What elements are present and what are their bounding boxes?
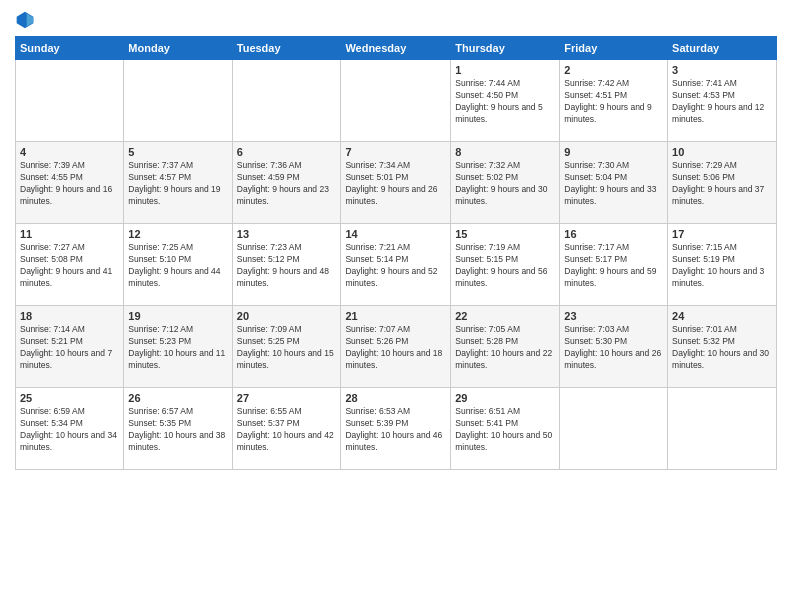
day-info: Sunrise: 7:42 AMSunset: 4:51 PMDaylight:… (564, 78, 663, 126)
day-cell: 16Sunrise: 7:17 AMSunset: 5:17 PMDayligh… (560, 224, 668, 306)
calendar-table: SundayMondayTuesdayWednesdayThursdayFrid… (15, 36, 777, 470)
day-number: 3 (672, 64, 772, 76)
day-number: 28 (345, 392, 446, 404)
day-info: Sunrise: 7:01 AMSunset: 5:32 PMDaylight:… (672, 324, 772, 372)
logo-icon (15, 10, 35, 30)
header (15, 10, 777, 30)
day-cell: 14Sunrise: 7:21 AMSunset: 5:14 PMDayligh… (341, 224, 451, 306)
day-cell: 13Sunrise: 7:23 AMSunset: 5:12 PMDayligh… (232, 224, 341, 306)
day-number: 24 (672, 310, 772, 322)
day-info: Sunrise: 6:51 AMSunset: 5:41 PMDaylight:… (455, 406, 555, 454)
header-cell-monday: Monday (124, 37, 232, 60)
week-row-1: 4Sunrise: 7:39 AMSunset: 4:55 PMDaylight… (16, 142, 777, 224)
day-cell: 8Sunrise: 7:32 AMSunset: 5:02 PMDaylight… (451, 142, 560, 224)
day-number: 26 (128, 392, 227, 404)
day-info: Sunrise: 7:37 AMSunset: 4:57 PMDaylight:… (128, 160, 227, 208)
day-info: Sunrise: 7:21 AMSunset: 5:14 PMDaylight:… (345, 242, 446, 290)
header-cell-tuesday: Tuesday (232, 37, 341, 60)
day-info: Sunrise: 7:44 AMSunset: 4:50 PMDaylight:… (455, 78, 555, 126)
day-info: Sunrise: 7:36 AMSunset: 4:59 PMDaylight:… (237, 160, 337, 208)
day-info: Sunrise: 6:59 AMSunset: 5:34 PMDaylight:… (20, 406, 119, 454)
day-cell (668, 388, 777, 470)
day-cell: 11Sunrise: 7:27 AMSunset: 5:08 PMDayligh… (16, 224, 124, 306)
logo (15, 10, 39, 30)
day-info: Sunrise: 7:39 AMSunset: 4:55 PMDaylight:… (20, 160, 119, 208)
week-row-2: 11Sunrise: 7:27 AMSunset: 5:08 PMDayligh… (16, 224, 777, 306)
page: SundayMondayTuesdayWednesdayThursdayFrid… (0, 0, 792, 612)
day-cell: 28Sunrise: 6:53 AMSunset: 5:39 PMDayligh… (341, 388, 451, 470)
day-info: Sunrise: 6:53 AMSunset: 5:39 PMDaylight:… (345, 406, 446, 454)
day-number: 11 (20, 228, 119, 240)
day-cell: 18Sunrise: 7:14 AMSunset: 5:21 PMDayligh… (16, 306, 124, 388)
day-number: 14 (345, 228, 446, 240)
day-number: 13 (237, 228, 337, 240)
header-cell-friday: Friday (560, 37, 668, 60)
day-number: 2 (564, 64, 663, 76)
header-cell-wednesday: Wednesday (341, 37, 451, 60)
week-row-4: 25Sunrise: 6:59 AMSunset: 5:34 PMDayligh… (16, 388, 777, 470)
day-cell: 22Sunrise: 7:05 AMSunset: 5:28 PMDayligh… (451, 306, 560, 388)
day-number: 27 (237, 392, 337, 404)
day-number: 9 (564, 146, 663, 158)
day-number: 21 (345, 310, 446, 322)
header-cell-thursday: Thursday (451, 37, 560, 60)
day-info: Sunrise: 7:17 AMSunset: 5:17 PMDaylight:… (564, 242, 663, 290)
header-row: SundayMondayTuesdayWednesdayThursdayFrid… (16, 37, 777, 60)
day-number: 23 (564, 310, 663, 322)
day-number: 22 (455, 310, 555, 322)
day-info: Sunrise: 7:29 AMSunset: 5:06 PMDaylight:… (672, 160, 772, 208)
day-cell: 19Sunrise: 7:12 AMSunset: 5:23 PMDayligh… (124, 306, 232, 388)
day-cell (341, 60, 451, 142)
day-number: 25 (20, 392, 119, 404)
day-number: 19 (128, 310, 227, 322)
day-cell (232, 60, 341, 142)
day-number: 4 (20, 146, 119, 158)
week-row-0: 1Sunrise: 7:44 AMSunset: 4:50 PMDaylight… (16, 60, 777, 142)
day-info: Sunrise: 7:07 AMSunset: 5:26 PMDaylight:… (345, 324, 446, 372)
day-info: Sunrise: 7:34 AMSunset: 5:01 PMDaylight:… (345, 160, 446, 208)
day-cell (560, 388, 668, 470)
day-number: 16 (564, 228, 663, 240)
week-row-3: 18Sunrise: 7:14 AMSunset: 5:21 PMDayligh… (16, 306, 777, 388)
day-info: Sunrise: 7:23 AMSunset: 5:12 PMDaylight:… (237, 242, 337, 290)
day-number: 7 (345, 146, 446, 158)
day-number: 1 (455, 64, 555, 76)
day-cell: 23Sunrise: 7:03 AMSunset: 5:30 PMDayligh… (560, 306, 668, 388)
day-cell: 20Sunrise: 7:09 AMSunset: 5:25 PMDayligh… (232, 306, 341, 388)
day-cell: 1Sunrise: 7:44 AMSunset: 4:50 PMDaylight… (451, 60, 560, 142)
day-number: 29 (455, 392, 555, 404)
day-info: Sunrise: 7:03 AMSunset: 5:30 PMDaylight:… (564, 324, 663, 372)
day-cell: 12Sunrise: 7:25 AMSunset: 5:10 PMDayligh… (124, 224, 232, 306)
day-number: 17 (672, 228, 772, 240)
day-number: 20 (237, 310, 337, 322)
day-cell (124, 60, 232, 142)
day-info: Sunrise: 7:14 AMSunset: 5:21 PMDaylight:… (20, 324, 119, 372)
day-cell: 2Sunrise: 7:42 AMSunset: 4:51 PMDaylight… (560, 60, 668, 142)
day-info: Sunrise: 7:41 AMSunset: 4:53 PMDaylight:… (672, 78, 772, 126)
day-cell: 9Sunrise: 7:30 AMSunset: 5:04 PMDaylight… (560, 142, 668, 224)
day-cell: 26Sunrise: 6:57 AMSunset: 5:35 PMDayligh… (124, 388, 232, 470)
day-cell: 6Sunrise: 7:36 AMSunset: 4:59 PMDaylight… (232, 142, 341, 224)
day-cell: 10Sunrise: 7:29 AMSunset: 5:06 PMDayligh… (668, 142, 777, 224)
day-number: 5 (128, 146, 227, 158)
day-cell: 15Sunrise: 7:19 AMSunset: 5:15 PMDayligh… (451, 224, 560, 306)
day-info: Sunrise: 7:09 AMSunset: 5:25 PMDaylight:… (237, 324, 337, 372)
day-number: 15 (455, 228, 555, 240)
day-info: Sunrise: 7:30 AMSunset: 5:04 PMDaylight:… (564, 160, 663, 208)
day-info: Sunrise: 7:05 AMSunset: 5:28 PMDaylight:… (455, 324, 555, 372)
day-info: Sunrise: 7:25 AMSunset: 5:10 PMDaylight:… (128, 242, 227, 290)
day-cell: 29Sunrise: 6:51 AMSunset: 5:41 PMDayligh… (451, 388, 560, 470)
day-number: 18 (20, 310, 119, 322)
day-info: Sunrise: 7:12 AMSunset: 5:23 PMDaylight:… (128, 324, 227, 372)
day-number: 8 (455, 146, 555, 158)
header-cell-sunday: Sunday (16, 37, 124, 60)
day-info: Sunrise: 6:57 AMSunset: 5:35 PMDaylight:… (128, 406, 227, 454)
day-cell: 24Sunrise: 7:01 AMSunset: 5:32 PMDayligh… (668, 306, 777, 388)
day-cell: 27Sunrise: 6:55 AMSunset: 5:37 PMDayligh… (232, 388, 341, 470)
day-cell: 3Sunrise: 7:41 AMSunset: 4:53 PMDaylight… (668, 60, 777, 142)
day-cell: 7Sunrise: 7:34 AMSunset: 5:01 PMDaylight… (341, 142, 451, 224)
day-number: 6 (237, 146, 337, 158)
day-cell: 5Sunrise: 7:37 AMSunset: 4:57 PMDaylight… (124, 142, 232, 224)
day-info: Sunrise: 7:15 AMSunset: 5:19 PMDaylight:… (672, 242, 772, 290)
day-cell: 21Sunrise: 7:07 AMSunset: 5:26 PMDayligh… (341, 306, 451, 388)
